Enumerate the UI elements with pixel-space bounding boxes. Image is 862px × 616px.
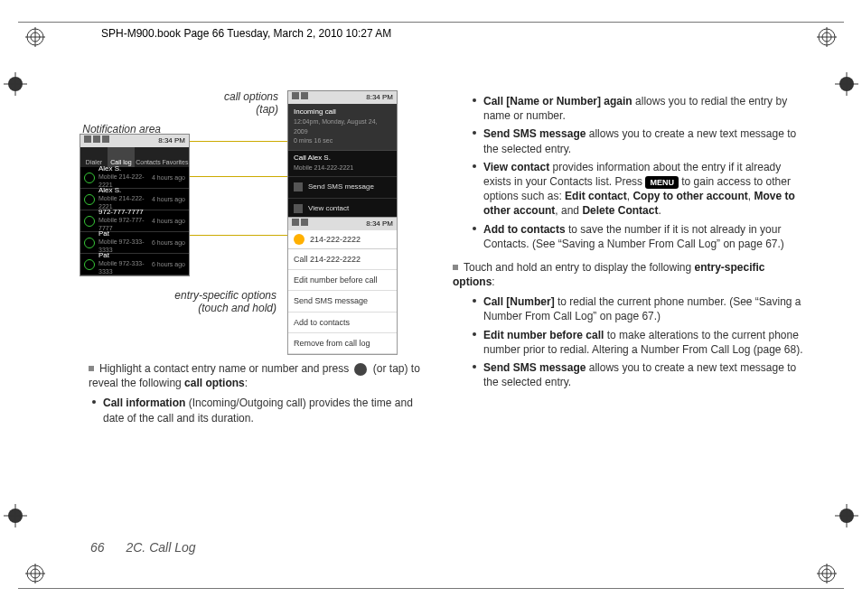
- row-name: 972-777-7777: [98, 208, 144, 216]
- page-footer: 66 2C. Call Log: [90, 540, 196, 555]
- label-text: entry-specific options: [174, 289, 276, 302]
- tab-contacts[interactable]: Contacts: [135, 147, 162, 167]
- status-bar: 8:34 PM: [288, 218, 397, 230]
- incoming-duration: 0 mins 16 sec: [294, 137, 333, 144]
- ctx-edit-number[interactable]: Edit number before call: [288, 270, 397, 291]
- list-item: Add to contacts to save the number if it…: [483, 222, 808, 251]
- row-name: Alex S.: [98, 186, 121, 194]
- call-icon: [84, 173, 95, 183]
- incoming-header: Incoming call 12:04pm, Monday, August 24…: [288, 104, 397, 150]
- connector-line: [190, 235, 287, 236]
- bold-text: Call information: [103, 397, 185, 409]
- label-call-options: call options (tap): [197, 90, 278, 117]
- left-bullets: Call information (Incoming/Outgoing call…: [72, 396, 427, 425]
- ctx-header: 214-222-2222: [288, 230, 397, 249]
- call-log-list: Alex S.Mobile 214-222-22214 hours ago Al…: [80, 167, 189, 275]
- incoming-title: Incoming call: [294, 107, 336, 116]
- call-icon: [84, 216, 95, 227]
- row-time: 4 hours ago: [152, 217, 185, 225]
- crop-top: [18, 22, 844, 23]
- status-icons: [84, 135, 111, 146]
- crosshair-icon: [835, 72, 858, 96]
- text: Highlight a contact entry name or number…: [99, 362, 351, 375]
- item-label: View contact: [308, 204, 349, 214]
- item-label: Send SMS message: [308, 182, 374, 192]
- right-bullets-2: Call [Number] to redial the current phon…: [453, 294, 808, 389]
- crosshair-icon: [4, 72, 27, 96]
- bold-text: Delete Contact: [582, 204, 658, 217]
- list-item: Send SMS message allows you to create a …: [483, 360, 808, 389]
- page-number: 66: [90, 540, 105, 555]
- list-item: Call information (Incoming/Outgoing call…: [103, 396, 427, 425]
- label-text: (touch and hold): [198, 302, 276, 314]
- call-log-row[interactable]: 972-777-7777Mobile 972-777-77774 hours a…: [80, 210, 189, 232]
- label-text: (tap): [256, 103, 278, 116]
- row-name: Pat: [98, 229, 109, 238]
- list-item: Edit number before call to make alterati…: [483, 328, 808, 357]
- row-name: Alex S.: [98, 164, 121, 173]
- text: , and: [555, 204, 582, 217]
- phone-context-menu: 8:34 PM 214-222-2222 Call 214-222-2222 E…: [287, 217, 398, 355]
- bold-text: Send SMS message: [483, 361, 586, 374]
- label-text: call options: [224, 90, 278, 103]
- crosshair-icon: [4, 504, 27, 527]
- incoming-contact[interactable]: Call Alex S. Mobile 214-222-2221: [288, 150, 397, 176]
- ctx-number: 214-222-2222: [310, 234, 361, 245]
- tab-favorites[interactable]: Favorites: [162, 147, 189, 167]
- right-bullets-1: Call [Name or Number] again allows you t…: [453, 94, 808, 251]
- registration-mark-icon: [817, 27, 837, 47]
- bold-text: Add to contacts: [483, 223, 566, 236]
- status-time: 8:34 PM: [366, 93, 393, 103]
- list-item: Call [Name or Number] again allows you t…: [483, 94, 808, 123]
- illustration-area: call options (tap) Notification area ent…: [72, 90, 427, 352]
- section-title: 2C. Call Log: [126, 540, 195, 555]
- bold-text: call options: [184, 377, 245, 389]
- connector-line: [190, 141, 287, 142]
- bold-text: Edit number before call: [483, 329, 604, 341]
- right-sq-para: Touch and hold an entry to display the f…: [453, 260, 808, 289]
- status-time: 8:34 PM: [366, 219, 393, 229]
- menu-icon: MENU: [645, 176, 679, 189]
- contact-number: Mobile 214-222-2221: [294, 164, 353, 171]
- phone-incoming-call: 8:34 PM Incoming call 12:04pm, Monday, A…: [287, 90, 398, 219]
- left-column: call options (tap) Notification area ent…: [72, 90, 427, 508]
- menu-view-contact[interactable]: View contact: [288, 198, 397, 219]
- row-time: 4 hours ago: [152, 195, 185, 203]
- bold-text: Copy to other account: [632, 190, 747, 202]
- sms-icon: [294, 182, 303, 191]
- bold-text: Call [Number]: [483, 295, 555, 308]
- page: SPH-M900.book Page 66 Tuesday, March 2, …: [0, 0, 862, 616]
- square-bullet-icon: [453, 265, 458, 270]
- call-log-row[interactable]: Alex S.Mobile 214-222-22214 hours ago: [80, 167, 189, 189]
- bold-text: Call [Name or Number] again: [483, 95, 632, 107]
- phone-call-log: 8:34 PM Dialer Call log Contacts Favorit…: [80, 134, 190, 276]
- connector-line: [190, 176, 287, 177]
- bold-text: Send SMS message: [483, 127, 586, 140]
- ctx-send-sms[interactable]: Send SMS message: [288, 291, 397, 312]
- text: :: [245, 377, 248, 389]
- text: :: [492, 275, 494, 288]
- registration-mark-icon: [25, 564, 45, 583]
- menu-send-sms[interactable]: Send SMS message: [288, 176, 397, 198]
- right-column: Call [Name or Number] again allows you t…: [453, 90, 808, 508]
- call-log-row[interactable]: PatMobile 972-333-33336 hours ago: [80, 254, 189, 275]
- status-bar: 8:34 PM: [288, 91, 397, 104]
- row-time: 6 hours ago: [152, 238, 185, 247]
- text: Touch and hold an entry to display the f…: [464, 261, 695, 274]
- call-icon: [84, 194, 95, 205]
- list-item: Call [Number] to redial the current phon…: [483, 294, 808, 323]
- ctx-remove[interactable]: Remove from call log: [288, 333, 397, 354]
- call-log-row[interactable]: PatMobile 972-333-33336 hours ago: [80, 232, 189, 254]
- row-time: 4 hours ago: [152, 173, 185, 182]
- trackball-icon: [354, 363, 367, 376]
- incoming-subtitle: 12:04pm, Monday, August 24, 2009: [294, 118, 378, 135]
- text: .: [658, 204, 661, 217]
- left-intro: Highlight a contact entry name or number…: [89, 361, 427, 390]
- ctx-call-number[interactable]: Call 214-222-2222: [288, 249, 397, 270]
- ctx-add-contacts[interactable]: Add to contacts: [288, 313, 397, 333]
- list-item: Send SMS message allows you to create a …: [483, 126, 808, 155]
- call-icon: [84, 259, 95, 270]
- square-bullet-icon: [89, 366, 94, 371]
- contact-icon: [294, 204, 303, 213]
- registration-mark-icon: [25, 27, 45, 47]
